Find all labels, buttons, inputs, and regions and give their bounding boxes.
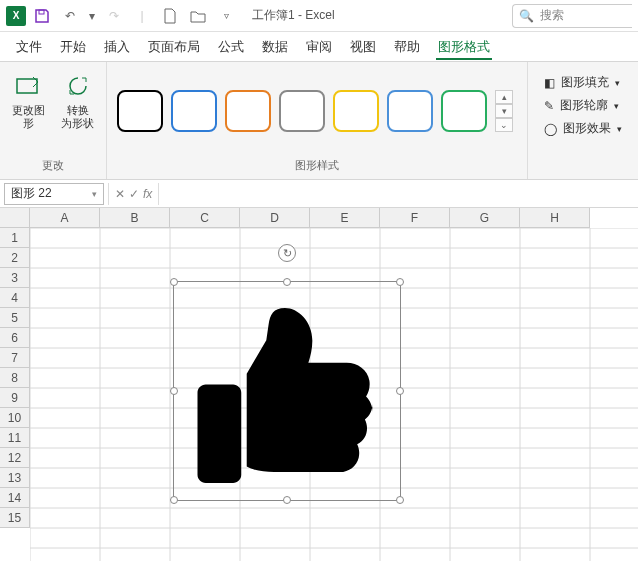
formula-input[interactable] bbox=[159, 183, 638, 205]
style-preset-3[interactable] bbox=[225, 90, 271, 132]
tab-review[interactable]: 审阅 bbox=[304, 34, 334, 60]
row-header[interactable]: 11 bbox=[0, 428, 30, 448]
convert-shape-button[interactable]: 转换 为形状 bbox=[57, 68, 98, 134]
row-header[interactable]: 5 bbox=[0, 308, 30, 328]
tab-data[interactable]: 数据 bbox=[260, 34, 290, 60]
style-preset-5[interactable] bbox=[333, 90, 379, 132]
qat-overflow-icon[interactable]: ▿ bbox=[214, 4, 238, 28]
rotate-handle[interactable]: ↻ bbox=[278, 244, 296, 262]
fx-icon[interactable]: fx bbox=[143, 187, 152, 201]
row-header[interactable]: 10 bbox=[0, 408, 30, 428]
convert-shape-icon bbox=[64, 72, 92, 100]
tab-pagelayout[interactable]: 页面布局 bbox=[146, 34, 202, 60]
ribbon-group-styles: ▴ ▾ ⌄ 图形样式 bbox=[107, 62, 528, 179]
row-header[interactable]: 2 bbox=[0, 248, 30, 268]
row-header[interactable]: 9 bbox=[0, 388, 30, 408]
style-gallery-scroll: ▴ ▾ ⌄ bbox=[495, 90, 513, 132]
group-label-modify: 更改 bbox=[8, 158, 98, 173]
row-header[interactable]: 6 bbox=[0, 328, 30, 348]
tab-view[interactable]: 视图 bbox=[348, 34, 378, 60]
separator: | bbox=[130, 4, 154, 28]
ribbon: 更改图 形 转换 为形状 更改 ▴ ▾ ⌄ bbox=[0, 62, 638, 180]
redo-icon[interactable]: ↷ bbox=[102, 4, 126, 28]
ribbon-group-modify: 更改图 形 转换 为形状 更改 bbox=[0, 62, 107, 179]
confirm-formula-icon[interactable]: ✓ bbox=[129, 187, 139, 201]
tab-file[interactable]: 文件 bbox=[14, 34, 44, 60]
fill-icon: ◧ bbox=[544, 76, 555, 90]
column-header[interactable]: H bbox=[520, 208, 590, 228]
undo-dropdown-icon[interactable]: ▾ bbox=[86, 4, 98, 28]
chevron-down-icon: ▾ bbox=[615, 78, 620, 88]
tab-insert[interactable]: 插入 bbox=[102, 34, 132, 60]
excel-app-icon: X bbox=[6, 6, 26, 26]
change-shape-icon bbox=[15, 72, 43, 100]
column-header[interactable]: G bbox=[450, 208, 520, 228]
row-header[interactable]: 15 bbox=[0, 508, 30, 528]
style-preset-4[interactable] bbox=[279, 90, 325, 132]
tab-home[interactable]: 开始 bbox=[58, 34, 88, 60]
column-header[interactable]: C bbox=[170, 208, 240, 228]
row-header[interactable]: 4 bbox=[0, 288, 30, 308]
outline-icon: ✎ bbox=[544, 99, 554, 113]
tab-shapeformat[interactable]: 图形格式 bbox=[436, 34, 492, 60]
column-header[interactable]: F bbox=[380, 208, 450, 228]
shape-fill-button[interactable]: ◧图形填充▾ bbox=[544, 74, 622, 91]
chevron-down-icon: ▾ bbox=[92, 189, 97, 199]
gallery-down-icon[interactable]: ▾ bbox=[495, 104, 513, 118]
search-box[interactable]: 🔍 搜索 bbox=[512, 4, 632, 28]
style-preset-1[interactable] bbox=[117, 90, 163, 132]
gallery-more-icon[interactable]: ⌄ bbox=[495, 118, 513, 132]
change-shape-button[interactable]: 更改图 形 bbox=[8, 68, 49, 134]
cancel-formula-icon[interactable]: ✕ bbox=[115, 187, 125, 201]
name-box[interactable]: 图形 22 ▾ bbox=[4, 183, 104, 205]
title-bar: X ↶ ▾ ↷ | ▿ 工作簿1 - Excel 🔍 搜索 bbox=[0, 0, 638, 32]
ribbon-group-shapeoptions: ◧图形填充▾ ✎图形轮廓▾ ◯图形效果▾ bbox=[528, 62, 638, 179]
open-file-icon[interactable] bbox=[186, 4, 210, 28]
search-placeholder: 搜索 bbox=[540, 7, 564, 24]
thumbs-up-shape[interactable] bbox=[190, 308, 380, 486]
tab-formulas[interactable]: 公式 bbox=[216, 34, 246, 60]
search-icon: 🔍 bbox=[519, 9, 534, 23]
style-preset-7[interactable] bbox=[441, 90, 487, 132]
chevron-down-icon: ▾ bbox=[614, 101, 619, 111]
shape-effects-button[interactable]: ◯图形效果▾ bbox=[544, 120, 622, 137]
ribbon-tabs: 文件 开始 插入 页面布局 公式 数据 审阅 视图 帮助 图形格式 bbox=[0, 32, 638, 62]
column-header[interactable]: D bbox=[240, 208, 310, 228]
formula-bar: 图形 22 ▾ ✕ ✓ fx bbox=[0, 180, 638, 208]
gallery-up-icon[interactable]: ▴ bbox=[495, 90, 513, 104]
row-header[interactable]: 3 bbox=[0, 268, 30, 288]
group-label-styles: 图形样式 bbox=[115, 158, 519, 173]
undo-icon[interactable]: ↶ bbox=[58, 4, 82, 28]
chevron-down-icon: ▾ bbox=[617, 124, 622, 134]
column-headers: ABCDEFGH bbox=[30, 208, 590, 228]
row-header[interactable]: 12 bbox=[0, 448, 30, 468]
worksheet-grid: ABCDEFGH 123456789101112131415 ↻ bbox=[0, 208, 638, 561]
row-header[interactable]: 8 bbox=[0, 368, 30, 388]
column-header[interactable]: A bbox=[30, 208, 100, 228]
column-header[interactable]: B bbox=[100, 208, 170, 228]
save-icon[interactable] bbox=[30, 4, 54, 28]
row-header[interactable]: 13 bbox=[0, 468, 30, 488]
style-preset-2[interactable] bbox=[171, 90, 217, 132]
shape-outline-button[interactable]: ✎图形轮廓▾ bbox=[544, 97, 622, 114]
row-header[interactable]: 14 bbox=[0, 488, 30, 508]
select-all-corner[interactable] bbox=[0, 208, 30, 228]
row-header[interactable]: 7 bbox=[0, 348, 30, 368]
row-headers: 123456789101112131415 bbox=[0, 228, 30, 528]
row-header[interactable]: 1 bbox=[0, 228, 30, 248]
style-preset-6[interactable] bbox=[387, 90, 433, 132]
tab-help[interactable]: 帮助 bbox=[392, 34, 422, 60]
effects-icon: ◯ bbox=[544, 122, 557, 136]
window-title: 工作簿1 - Excel bbox=[252, 7, 335, 24]
new-file-icon[interactable] bbox=[158, 4, 182, 28]
column-header[interactable]: E bbox=[310, 208, 380, 228]
